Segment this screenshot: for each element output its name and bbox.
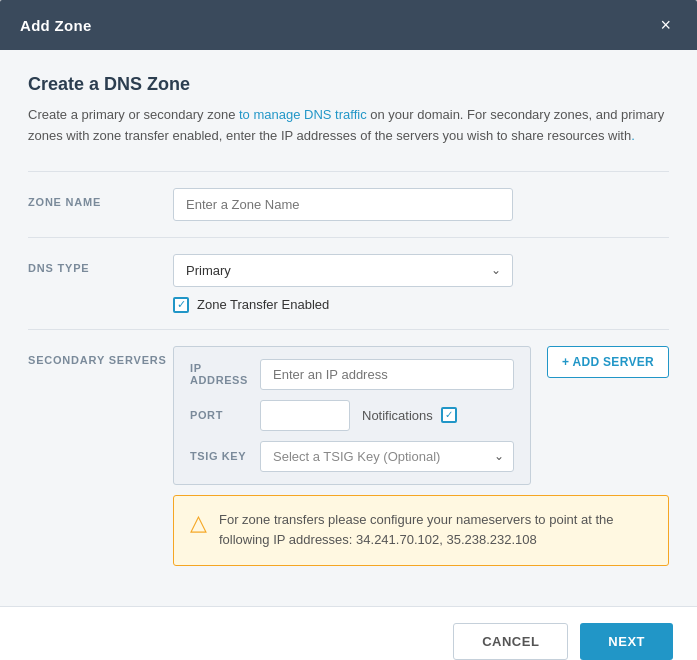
warning-text: For zone transfers please configure your… [219,510,652,552]
port-row: PORT Notifications ✓ [190,400,514,431]
add-server-button[interactable]: + ADD SERVER [547,346,669,378]
secondary-servers-inner: IP ADDRESS PORT Notifications ✓ [173,346,669,485]
manage-dns-link[interactable]: to manage DNS traffic [239,107,367,122]
notifications-checkbox[interactable]: ✓ [441,407,457,423]
zone-transfer-row: ✓ Zone Transfer Enabled [173,297,669,313]
secondary-servers-label: SECONDARY SERVERS [28,346,173,366]
tsig-key-label: TSIG KEY [190,450,260,462]
dns-type-select[interactable]: Primary Secondary [173,254,513,287]
zone-transfer-label: Zone Transfer Enabled [197,297,329,312]
dns-type-label: DNS TYPE [28,254,173,274]
modal-body: Create a DNS Zone Create a primary or se… [0,50,697,606]
tsig-key-select[interactable]: Select a TSIG Key (Optional) [260,441,514,472]
modal-footer: CANCEL NEXT [0,606,697,660]
notifications-checkmark-icon: ✓ [445,410,453,420]
section-title: Create a DNS Zone [28,74,669,95]
notifications-label: Notifications [362,408,433,423]
ip-address-row: IP ADDRESS [190,359,514,390]
modal-title: Add Zone [20,17,92,34]
add-zone-modal: Add Zone × Create a DNS Zone Create a pr… [0,0,697,660]
zone-name-content [173,188,669,221]
period-link[interactable]: . [631,128,635,143]
description-text: Create a primary or secondary zone to ma… [28,105,669,147]
ip-address-input[interactable] [260,359,514,390]
next-button[interactable]: NEXT [580,623,673,660]
dns-type-row: DNS TYPE Primary Secondary ⌄ ✓ Zone Tran… [28,237,669,329]
port-label: PORT [190,409,260,421]
checkmark-icon: ✓ [177,299,186,310]
close-button[interactable]: × [654,14,677,36]
dns-type-select-wrapper: Primary Secondary ⌄ [173,254,513,287]
warning-box: △ For zone transfers please configure yo… [173,495,669,567]
zone-name-label: ZONE NAME [28,188,173,208]
zone-name-input[interactable] [173,188,513,221]
secondary-servers-row: SECONDARY SERVERS IP ADDRESS PORT [28,329,669,583]
warning-icon: △ [190,512,207,534]
notifications-group: Notifications ✓ [362,407,457,423]
zone-transfer-checkbox[interactable]: ✓ [173,297,189,313]
zone-name-row: ZONE NAME [28,171,669,237]
tsig-select-wrapper: Select a TSIG Key (Optional) ⌄ [260,441,514,472]
port-input[interactable] [260,400,350,431]
secondary-servers-content: IP ADDRESS PORT Notifications ✓ [173,346,669,567]
cancel-button[interactable]: CANCEL [453,623,568,660]
ip-address-label: IP ADDRESS [190,362,260,386]
server-form-box: IP ADDRESS PORT Notifications ✓ [173,346,531,485]
modal-header: Add Zone × [0,0,697,50]
dns-type-content: Primary Secondary ⌄ ✓ Zone Transfer Enab… [173,254,669,313]
tsig-row: TSIG KEY Select a TSIG Key (Optional) ⌄ [190,441,514,472]
